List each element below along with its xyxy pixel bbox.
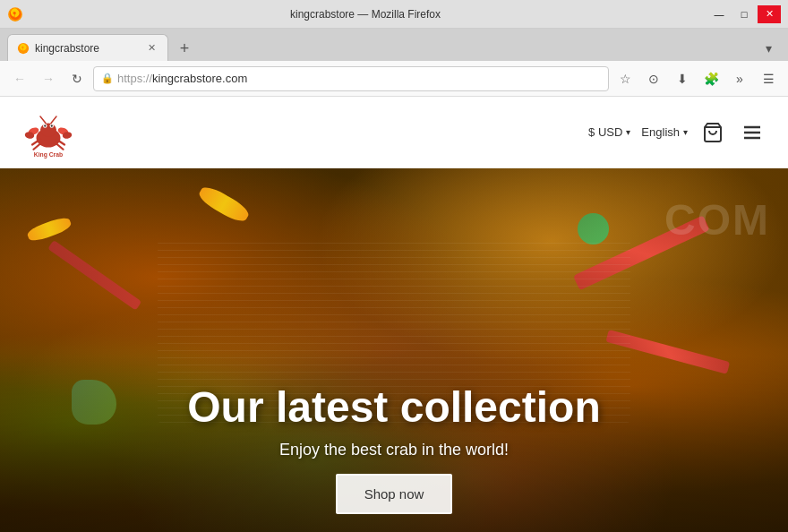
cart-icon xyxy=(702,122,724,143)
title-bar: kingcrabstore — Mozilla Firefox — □ ✕ xyxy=(0,0,788,29)
security-icon: 🔒 xyxy=(101,73,114,84)
tab-overflow-button[interactable]: ▾ xyxy=(756,36,781,61)
tab-label: kingcrabstore xyxy=(35,42,99,55)
back-button[interactable]: ← xyxy=(7,66,32,91)
browser-frame: kingcrabstore — Mozilla Firefox — □ ✕ ki… xyxy=(0,0,788,532)
language-label: English xyxy=(641,125,680,139)
corn-1 xyxy=(196,183,252,225)
watermark-text: COM xyxy=(664,195,770,245)
currency-chevron: ▾ xyxy=(626,127,630,137)
hero-section: COM Our latest collection Enjoy the best… xyxy=(0,168,788,532)
reload-button[interactable]: ↻ xyxy=(64,66,90,91)
logo-crab-image: King Crab xyxy=(21,106,75,159)
download-button[interactable]: ⬇ xyxy=(670,66,695,91)
site-header: King Crab $ USD ▾ English ▾ xyxy=(0,97,788,168)
maximize-button[interactable]: □ xyxy=(732,5,756,23)
currency-selector[interactable]: $ USD ▾ xyxy=(588,125,630,139)
minimize-button[interactable]: — xyxy=(707,5,731,23)
veggie-2 xyxy=(578,213,609,245)
svg-point-7 xyxy=(51,124,53,126)
site-logo[interactable]: King Crab xyxy=(21,106,75,159)
hero-title: Our latest collection xyxy=(18,382,770,432)
url-display: https://kingcrabstore.com xyxy=(117,72,247,85)
close-button[interactable]: ✕ xyxy=(758,5,781,23)
corn-2 xyxy=(26,215,73,244)
hero-content: Our latest collection Enjoy the best cra… xyxy=(0,356,788,532)
header-right: $ USD ▾ English ▾ xyxy=(588,118,767,147)
menu-button[interactable]: ☰ xyxy=(756,66,781,91)
tab-close-button[interactable]: ✕ xyxy=(144,41,158,56)
svg-line-17 xyxy=(51,116,56,124)
website-content: King Crab $ USD ▾ English ▾ xyxy=(0,97,788,532)
tab-favicon xyxy=(17,42,30,55)
cart-button[interactable] xyxy=(698,118,727,147)
forward-button[interactable]: → xyxy=(36,66,61,91)
window-controls: — □ ✕ xyxy=(707,5,781,23)
address-bar[interactable]: 🔒 https://kingcrabstore.com xyxy=(93,66,609,91)
extensions-button[interactable]: 🧩 xyxy=(698,66,724,91)
svg-line-16 xyxy=(40,116,46,124)
hamburger-menu-button[interactable] xyxy=(738,118,767,147)
language-selector[interactable]: English ▾ xyxy=(641,125,688,139)
url-protocol: https:// xyxy=(117,72,152,85)
nav-bar: ← → ↻ 🔒 https://kingcrabstore.com ☆ ⊙ ⬇ … xyxy=(0,61,788,97)
active-tab[interactable]: kingcrabstore ✕ xyxy=(7,34,168,61)
browser-title: kingcrabstore — Mozilla Firefox xyxy=(23,8,707,21)
svg-text:King Crab: King Crab xyxy=(34,151,63,159)
currency-label: $ USD xyxy=(588,125,622,139)
svg-point-6 xyxy=(44,124,46,126)
pocket-button[interactable]: ⊙ xyxy=(641,66,666,91)
language-chevron: ▾ xyxy=(683,127,688,137)
hero-subtitle: Enjoy the best crab in the world! xyxy=(18,441,770,459)
crab-leg-3 xyxy=(47,240,141,311)
hamburger-icon xyxy=(741,122,763,143)
shop-now-button[interactable]: Shop now xyxy=(336,474,453,514)
tab-bar: kingcrabstore ✕ + ▾ xyxy=(0,29,788,61)
new-tab-button[interactable]: + xyxy=(172,36,197,61)
url-domain: kingcrabstore.com xyxy=(152,72,247,85)
title-bar-left xyxy=(7,6,23,22)
more-tools-button[interactable]: » xyxy=(727,66,752,91)
svg-point-3 xyxy=(40,123,56,136)
firefox-icon xyxy=(7,6,23,22)
bookmark-button[interactable]: ☆ xyxy=(612,66,638,91)
